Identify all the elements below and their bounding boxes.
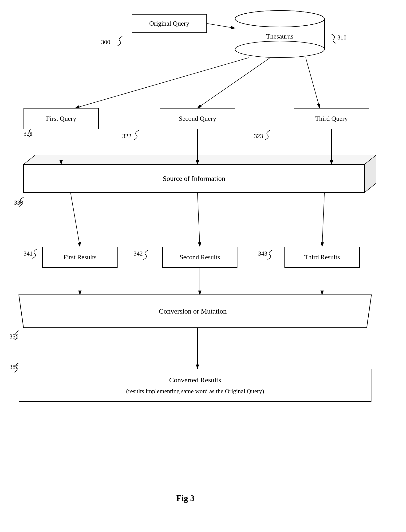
first-results-box: First Results [42, 247, 117, 268]
svg-rect-7 [23, 164, 364, 193]
svg-point-6 [235, 11, 324, 27]
ref-300: 300 [101, 39, 110, 46]
svg-line-19 [71, 193, 80, 247]
svg-marker-11 [19, 295, 371, 328]
svg-marker-9 [23, 155, 376, 164]
svg-marker-10 [28, 296, 47, 327]
ref-350: 350 [9, 333, 19, 340]
original-query-label: Original Query [149, 20, 189, 27]
ref-310: 310 [337, 34, 347, 41]
ref-330: 330 [14, 199, 23, 206]
second-results-box: Second Results [162, 247, 238, 268]
converted-results-line1: Converted Results [126, 375, 264, 385]
svg-line-20 [197, 193, 200, 247]
ref-380: 380 [9, 364, 19, 371]
ref-321: 321 [23, 130, 33, 137]
thesaurus-label: Thesaurus [235, 23, 324, 49]
ref-323: 323 [254, 133, 263, 140]
svg-line-21 [322, 193, 324, 247]
svg-point-3 [235, 11, 324, 27]
third-query-box: Third Query [294, 108, 369, 129]
third-results-label: Third Results [304, 253, 340, 261]
svg-line-13 [75, 57, 249, 108]
first-query-box: First Query [23, 108, 99, 129]
third-query-label: Third Query [315, 115, 348, 122]
second-query-label: Second Query [179, 115, 216, 122]
second-results-label: Second Results [180, 253, 220, 261]
figure-label: Fig 3 [176, 493, 194, 503]
svg-point-4 [235, 41, 324, 57]
converted-results-content: Converted Results (results implementing … [126, 375, 264, 396]
ref-342: 342 [134, 250, 143, 257]
svg-line-12 [207, 23, 235, 28]
ref-322: 322 [122, 133, 131, 140]
svg-point-5 [236, 11, 324, 27]
converted-results-box: Converted Results (results implementing … [19, 369, 371, 402]
first-query-label: First Query [46, 115, 76, 122]
third-results-box: Third Results [284, 247, 360, 268]
second-query-box: Second Query [160, 108, 235, 129]
svg-line-14 [197, 57, 270, 108]
original-query-box: Original Query [132, 14, 207, 33]
svg-rect-2 [235, 19, 324, 49]
first-results-label: First Results [64, 253, 97, 261]
svg-line-15 [306, 57, 320, 108]
converted-results-line2: (results implementing same word as the O… [126, 387, 264, 396]
source-of-information-label: Source of Information [23, 164, 364, 193]
conversion-mutation-label: Conversion or Mutation [19, 295, 367, 328]
diagram-container: Original Query Thesaurus First Query Sec… [0, 0, 406, 532]
ref-343: 343 [258, 250, 267, 257]
svg-marker-8 [364, 155, 376, 193]
ref-341: 341 [23, 250, 33, 257]
